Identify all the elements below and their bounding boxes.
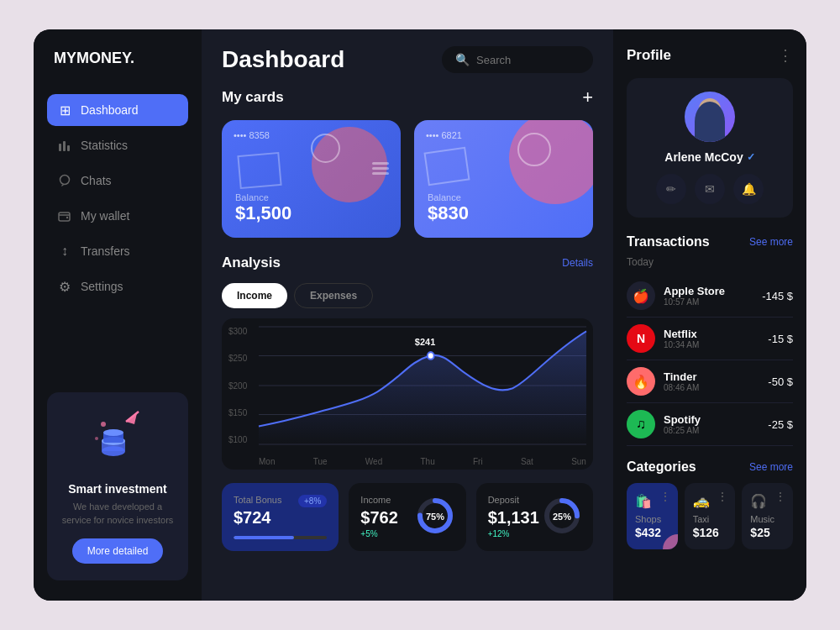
apple-info: Apple Store 10:57 AM <box>664 285 753 307</box>
transactions-see-more[interactable]: See more <box>749 236 793 248</box>
more-icon[interactable]: ⋮ <box>778 46 793 65</box>
sidebar: MYMONEY. ⊞ Dashboard Statistics <box>34 29 202 601</box>
y-label-4: $100 <box>228 435 247 444</box>
cards-grid: •••• 8358 Balance $1,500 •••• 6821 <box>222 120 593 238</box>
chart-x-labels: Mon Tue Wed Thu Fri Sat Sun <box>259 457 586 466</box>
music-value: $25 <box>750 526 785 539</box>
promo-button[interactable]: More detailed <box>72 538 164 564</box>
add-card-button[interactable]: + <box>582 87 593 108</box>
edit-button[interactable]: ✏ <box>656 174 686 204</box>
sidebar-item-transfers[interactable]: ↕ Transfers <box>47 235 188 267</box>
transfers-icon: ↕ <box>57 244 72 259</box>
notification-button[interactable]: 🔔 <box>733 174 764 204</box>
stats-row: +8% Total Bonus $724 Income $762 +5% <box>222 483 593 551</box>
apple-icon: 🍎 <box>627 281 655 310</box>
tinder-info: Tinder 08:46 AM <box>664 370 759 392</box>
message-button[interactable]: ✉ <box>695 174 725 204</box>
category-music[interactable]: ⋮ 🎧 Music $25 <box>742 483 793 549</box>
svg-point-5 <box>66 217 68 218</box>
analysis-title: Analysis <box>222 255 281 271</box>
analysis-header: Analysis Details <box>222 255 593 271</box>
netflix-icon: N <box>627 324 655 353</box>
logo: MYMONEY. <box>47 50 188 67</box>
sidebar-item-label: Settings <box>81 280 123 293</box>
categories-grid: ⋮ 🛍️ Shops $432 ⋮ 🚕 Taxi $126 ⋮ 🎧 <box>627 483 793 549</box>
apple-name: Apple Store <box>664 285 753 297</box>
tab-income[interactable]: Income <box>222 283 287 308</box>
page-title: Dashboard <box>222 46 344 73</box>
categories-title: Categories <box>627 459 696 475</box>
sidebar-item-settings[interactable]: ⚙ Settings <box>47 270 188 302</box>
profile-card: Arlene McCoy ✓ ✏ ✉ 🔔 <box>627 78 793 218</box>
transaction-apple: 🍎 Apple Store 10:57 AM -145 $ <box>627 275 793 318</box>
cards-title: My cards <box>222 89 284 106</box>
taxi-name: Taxi <box>693 514 727 524</box>
sidebar-item-label: Chats <box>81 174 112 187</box>
profile-name: Arlene McCoy ✓ <box>640 150 780 164</box>
y-label-1: $250 <box>228 354 247 363</box>
bonus-badge: +8% <box>298 495 327 507</box>
main-header: Dashboard 🔍 <box>202 29 613 87</box>
main-body: My cards + •••• 8358 Balance $1, <box>202 87 613 601</box>
svg-rect-4 <box>59 213 70 221</box>
card-balance-2: $830 <box>428 202 580 224</box>
sidebar-item-label: My wallet <box>81 209 129 223</box>
spotify-name: Spotify <box>664 413 759 426</box>
promo-title: Smart investment <box>60 482 175 496</box>
taxi-more-icon[interactable]: ⋮ <box>717 490 728 503</box>
sidebar-item-dashboard[interactable]: ⊞ Dashboard <box>47 94 188 126</box>
svg-rect-0 <box>59 144 61 151</box>
card-balance-1: $1,500 <box>235 202 387 224</box>
card-1[interactable]: •••• 8358 Balance $1,500 <box>222 120 401 238</box>
income-donut: 75% <box>414 495 456 540</box>
svg-rect-1 <box>63 141 66 151</box>
netflix-name: Netflix <box>664 328 759 340</box>
netflix-time: 10:34 AM <box>664 340 759 349</box>
stat-bonus: +8% Total Bonus $724 <box>222 483 339 551</box>
music-more-icon[interactable]: ⋮ <box>774 490 786 503</box>
svg-rect-2 <box>67 145 70 151</box>
chart-area: $300 $250 $200 $150 $100 $241 <box>222 318 593 470</box>
tinder-name: Tinder <box>664 370 759 383</box>
details-link[interactable]: Details <box>562 257 593 269</box>
card-number-2: •••• 6821 <box>426 130 462 140</box>
transaction-tinder: 🔥 Tinder 08:46 AM -50 $ <box>627 360 793 403</box>
spotify-time: 08:25 AM <box>664 426 759 435</box>
right-panel: Profile ⋮ Arlene McCoy ✓ ✏ ✉ 🔔 Transacti… <box>613 29 806 601</box>
sidebar-item-statistics[interactable]: Statistics <box>47 129 188 161</box>
bonus-value: $724 <box>234 508 327 528</box>
search-input[interactable] <box>476 54 577 66</box>
card-2[interactable]: •••• 6821 Balance $830 <box>414 120 593 238</box>
tab-expenses[interactable]: Expenses <box>294 283 373 308</box>
sidebar-nav: ⊞ Dashboard Statistics <box>47 94 188 302</box>
transaction-netflix: N Netflix 10:34 AM -15 $ <box>627 318 793 360</box>
categories-header: Categories See more <box>627 459 793 475</box>
tinder-icon: 🔥 <box>627 367 655 396</box>
music-name: Music <box>750 514 785 524</box>
today-label: Today <box>627 256 793 268</box>
promo-text: We have developed a service for novice i… <box>60 501 175 527</box>
shops-more-icon[interactable]: ⋮ <box>659 490 671 503</box>
sidebar-item-label: Transfers <box>81 244 130 258</box>
search-bar[interactable]: 🔍 <box>442 46 593 73</box>
svg-text:75%: 75% <box>426 512 444 522</box>
sidebar-item-chats[interactable]: Chats <box>47 165 188 197</box>
promo-card: Smart investment We have developed a ser… <box>47 392 188 580</box>
categories-see-more[interactable]: See more <box>749 461 793 473</box>
category-shops[interactable]: ⋮ 🛍️ Shops $432 <box>627 483 678 549</box>
netflix-amount: -15 $ <box>768 333 793 345</box>
apple-amount: -145 $ <box>762 290 793 302</box>
bonus-progress-fill <box>234 536 294 539</box>
chart-svg-wrap <box>259 327 586 444</box>
sidebar-item-wallet[interactable]: My wallet <box>47 200 188 232</box>
spotify-amount: -25 $ <box>768 418 793 431</box>
svg-point-19 <box>428 352 434 360</box>
netflix-info: Netflix 10:34 AM <box>664 328 759 349</box>
analysis-section: Analysis Details Income Expenses $300 $2… <box>222 255 593 470</box>
category-taxi[interactable]: ⋮ 🚕 Taxi $126 <box>685 483 736 549</box>
main-content: Dashboard 🔍 My cards + •••• 8358 <box>202 29 613 601</box>
apple-time: 10:57 AM <box>664 297 753 307</box>
cards-section-header: My cards + <box>222 87 593 108</box>
taxi-value: $126 <box>693 526 727 539</box>
chart-y-labels: $300 $250 $200 $150 $100 <box>228 327 247 444</box>
